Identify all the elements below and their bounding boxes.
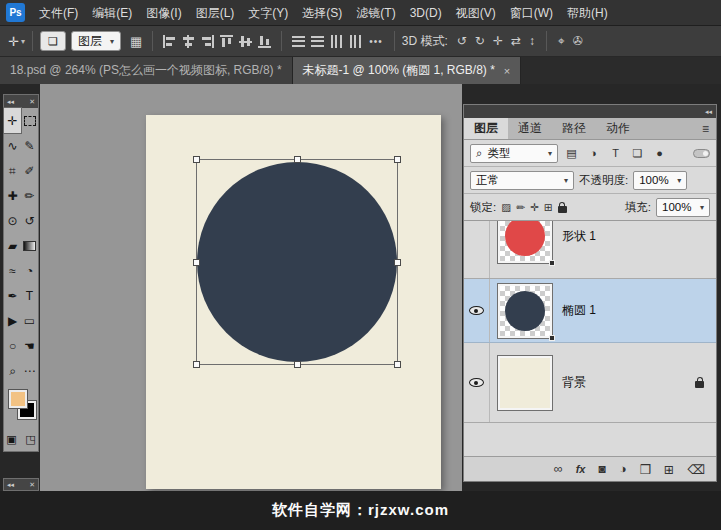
- lock-position-icon[interactable]: ✛: [530, 201, 539, 213]
- foreground-color-swatch[interactable]: [9, 390, 27, 408]
- transform-handle-top-center[interactable]: [294, 156, 301, 163]
- tab-channels[interactable]: 通道: [508, 118, 552, 139]
- delete-layer-icon[interactable]: ⌫: [687, 462, 705, 477]
- 3d-rotate-icon[interactable]: ↺: [457, 34, 467, 48]
- tool-hand[interactable]: ☚: [21, 333, 38, 358]
- transform-handle-middle-right[interactable]: [394, 259, 401, 266]
- transform-handle-bottom-left[interactable]: [193, 361, 200, 368]
- tool-zoom[interactable]: ⌕: [4, 358, 21, 383]
- tool-clone-stamp[interactable]: ⊙: [4, 208, 21, 233]
- align-left-edges-button[interactable]: [160, 32, 179, 50]
- align-horizontal-centers-button[interactable]: [179, 32, 198, 50]
- filter-pixel-layers-icon[interactable]: ▤: [563, 145, 580, 162]
- menu-item-view[interactable]: 视图(V): [449, 0, 503, 26]
- auto-select-toggle[interactable]: ❏: [40, 31, 66, 51]
- layer-thumbnail[interactable]: [498, 221, 552, 263]
- collapse-panel-icon[interactable]: ◂◂: [7, 98, 14, 106]
- menu-item-type[interactable]: 文字(Y): [241, 0, 295, 26]
- distribute-vertical-centers-button[interactable]: [308, 32, 327, 50]
- tool-rectangle-shape[interactable]: ▭: [21, 308, 38, 333]
- menu-item-file[interactable]: 文件(F): [32, 0, 85, 26]
- transform-handle-bottom-right[interactable]: [394, 361, 401, 368]
- menu-item-select[interactable]: 选择(S): [295, 0, 349, 26]
- layer-thumbnail[interactable]: [498, 356, 552, 410]
- panel-menu-icon[interactable]: ≡: [695, 118, 716, 139]
- canvas-area[interactable]: [40, 84, 462, 491]
- 3d-camera-target-icon[interactable]: ⌖: [558, 34, 565, 48]
- new-layer-icon[interactable]: ⊞: [664, 462, 674, 477]
- layer-row-shape1[interactable]: 形状 1: [464, 221, 716, 279]
- 3d-slide-icon[interactable]: ⇄: [511, 34, 521, 48]
- menu-item-window[interactable]: 窗口(W): [503, 0, 560, 26]
- auto-select-target-dropdown[interactable]: 图层 ▾: [71, 31, 121, 51]
- document-canvas[interactable]: [146, 115, 441, 489]
- layer-row-background[interactable]: 背景: [464, 343, 716, 423]
- menu-item-3d[interactable]: 3D(D): [403, 0, 449, 26]
- align-top-edges-button[interactable]: [217, 32, 236, 50]
- distribute-horizontal-centers-button[interactable]: [346, 32, 365, 50]
- tool-pen[interactable]: ✒: [4, 283, 21, 308]
- fill-dropdown[interactable]: 100% ▾: [656, 198, 710, 217]
- menu-item-edit[interactable]: 编辑(E): [85, 0, 139, 26]
- distribute-left-edges-button[interactable]: [327, 32, 346, 50]
- menu-item-filter[interactable]: 滤镜(T): [349, 0, 402, 26]
- tab-actions[interactable]: 动作: [596, 118, 640, 139]
- menu-item-help[interactable]: 帮助(H): [560, 0, 615, 26]
- 3d-scale-icon[interactable]: ↕: [529, 34, 535, 48]
- collapse-panel-icon[interactable]: ◂◂: [7, 481, 14, 489]
- close-panel-icon[interactable]: ✕: [29, 481, 35, 489]
- align-right-edges-button[interactable]: [198, 32, 217, 50]
- transform-handle-top-right[interactable]: [394, 156, 401, 163]
- 3d-drag-icon[interactable]: ✛: [493, 34, 503, 48]
- tool-spot-healing-brush[interactable]: ✚: [4, 183, 21, 208]
- show-transform-controls-icon[interactable]: ▦: [130, 34, 142, 49]
- distribute-top-edges-button[interactable]: [289, 32, 308, 50]
- tool-brush[interactable]: ✏: [21, 183, 38, 208]
- blend-mode-dropdown[interactable]: 正常 ▾: [470, 171, 574, 190]
- new-group-icon[interactable]: ❒: [640, 462, 651, 477]
- tool-horizontal-type[interactable]: T: [21, 283, 38, 308]
- transform-handle-bottom-center[interactable]: [294, 361, 301, 368]
- quick-mask-button[interactable]: ▣: [4, 431, 19, 447]
- filter-type-dropdown[interactable]: ⌕ 类型 ▾: [470, 144, 558, 163]
- tool-preset-picker[interactable]: ✛ ▾: [8, 34, 25, 49]
- screen-mode-button[interactable]: ◳: [23, 431, 38, 447]
- collapse-panel-icon[interactable]: ◂◂: [705, 108, 712, 116]
- document-tab-untitled1[interactable]: 未标题-1 @ 100% (椭圆 1, RGB/8) * ×: [293, 57, 522, 84]
- tool-rectangular-marquee[interactable]: [21, 108, 38, 133]
- menu-item-image[interactable]: 图像(I): [139, 0, 188, 26]
- tool-gradient[interactable]: [21, 233, 38, 258]
- tool-path-selection[interactable]: ▶: [4, 308, 21, 333]
- tab-paths[interactable]: 路径: [552, 118, 596, 139]
- filter-shape-layers-icon[interactable]: ❏: [629, 145, 646, 162]
- document-tab-18psd[interactable]: 18.psd @ 264% (PS怎么画一个视频图标, RGB/8) *: [0, 57, 293, 84]
- tool-ellipse-shape[interactable]: ○: [4, 333, 21, 358]
- tool-eraser[interactable]: ▰: [4, 233, 21, 258]
- transform-handle-top-left[interactable]: [193, 156, 200, 163]
- 3d-roll-icon[interactable]: ↻: [475, 34, 485, 48]
- visibility-toggle[interactable]: [464, 343, 490, 422]
- visibility-toggle[interactable]: [464, 279, 490, 342]
- close-tab-icon[interactable]: ×: [504, 65, 510, 77]
- adjustment-layer-icon[interactable]: ◑: [619, 462, 627, 476]
- tool-move[interactable]: ✛: [4, 108, 21, 133]
- tool-quick-selection[interactable]: ✎: [21, 133, 38, 158]
- tool-blur[interactable]: ≈: [4, 258, 21, 283]
- close-panel-icon[interactable]: ✕: [29, 98, 35, 106]
- add-layer-mask-icon[interactable]: ◙: [598, 462, 606, 476]
- tool-lasso[interactable]: ∿: [4, 133, 21, 158]
- more-align-options-button[interactable]: •••: [369, 36, 383, 47]
- 3d-camera-icon[interactable]: ✇: [573, 34, 583, 48]
- tool-crop[interactable]: ⌗: [4, 158, 21, 183]
- edit-toolbar-button[interactable]: ⋯: [21, 358, 38, 383]
- lock-image-pixels-icon[interactable]: ✏: [516, 201, 525, 213]
- lock-transparent-pixels-icon[interactable]: ▨: [501, 201, 511, 213]
- opacity-dropdown[interactable]: 100% ▾: [633, 171, 687, 190]
- align-vertical-centers-button[interactable]: [236, 32, 255, 50]
- align-bottom-edges-button[interactable]: [255, 32, 274, 50]
- lock-artboard-icon[interactable]: ⊞: [544, 201, 553, 213]
- tool-dodge[interactable]: ◔: [21, 258, 38, 283]
- filter-smart-objects-icon[interactable]: ●: [651, 145, 668, 162]
- lock-all-icon[interactable]: [558, 206, 567, 213]
- visibility-toggle[interactable]: [464, 221, 490, 279]
